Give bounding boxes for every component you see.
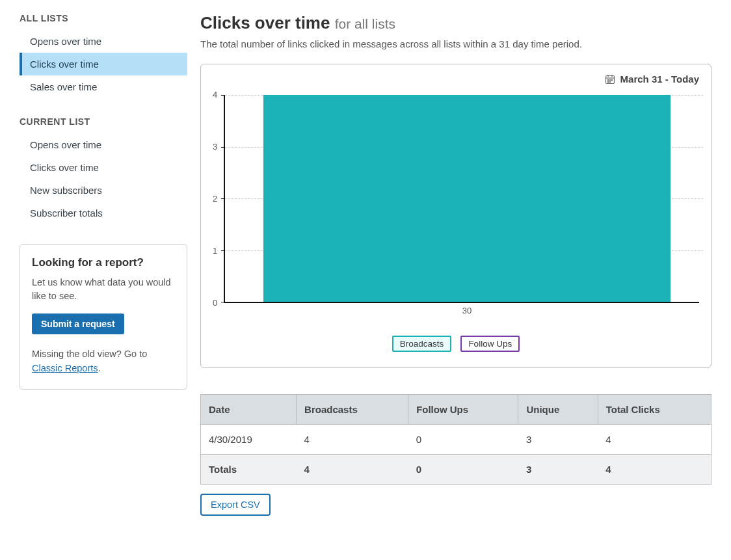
page-description: The total number of links clicked in mes…: [200, 38, 711, 49]
table-header-row: DateBroadcastsFollow UpsUniqueTotal Clic…: [201, 395, 711, 425]
date-range-label: March 31 - Today: [620, 73, 699, 85]
data-table: DateBroadcastsFollow UpsUniqueTotal Clic…: [200, 394, 711, 485]
promo-after: Missing the old view? Go to Classic Repo…: [32, 347, 175, 376]
sidebar-group-all-lists: ALL LISTS Opens over time Clicks over ti…: [20, 13, 187, 98]
export-csv-button[interactable]: Export CSV: [200, 494, 271, 516]
sidebar-item-sub-totals[interactable]: Subscriber totals: [20, 202, 187, 224]
table-column-header: Broadcasts: [297, 395, 408, 425]
sidebar-item-opens-current[interactable]: Opens over time: [20, 133, 187, 156]
table-cell: 4: [297, 455, 408, 485]
promo-after-text-1: Missing the old view? Go to: [32, 349, 147, 359]
table-cell: 3: [518, 425, 598, 455]
table-column-header: Unique: [518, 395, 598, 425]
classic-reports-link[interactable]: Classic Reports: [32, 363, 98, 373]
table-body: 4/30/20194034Totals4034: [201, 425, 711, 485]
chart-y-tick: [221, 198, 225, 199]
sidebar-list-all: Opens over time Clicks over time Sales o…: [20, 30, 187, 98]
table-cell: 4: [598, 425, 711, 455]
sidebar-item-sales-all[interactable]: Sales over time: [20, 75, 187, 98]
sidebar-item-new-subs[interactable]: New subscribers: [20, 179, 187, 202]
svg-point-5: [609, 79, 610, 80]
promo-title: Looking for a report?: [32, 256, 175, 269]
table-column-header: Follow Ups: [408, 395, 518, 425]
chart-plot: 30: [224, 95, 699, 303]
table-row: 4/30/20194034: [201, 425, 711, 455]
sidebar: ALL LISTS Opens over time Clicks over ti…: [20, 13, 187, 516]
sidebar-heading-all-lists: ALL LISTS: [20, 13, 187, 23]
chart-y-tick: [221, 147, 225, 148]
svg-point-4: [607, 79, 608, 80]
table-cell: 3: [518, 455, 598, 485]
svg-point-6: [611, 79, 612, 80]
sidebar-item-clicks-current[interactable]: Clicks over time: [20, 156, 187, 179]
legend-broadcasts[interactable]: Broadcasts: [392, 336, 452, 352]
chart-legend: Broadcasts Follow Ups: [213, 336, 699, 352]
date-range-picker[interactable]: March 31 - Today: [213, 73, 699, 85]
legend-followups[interactable]: Follow Ups: [460, 336, 520, 352]
chart-y-tick: [221, 95, 225, 96]
sidebar-list-current: Opens over time Clicks over time New sub…: [20, 133, 187, 224]
table-cell: Totals: [201, 455, 297, 485]
promo-box: Looking for a report? Let us know what d…: [20, 244, 187, 390]
chart-card: March 31 - Today 43210 30 Broadcasts Fol…: [200, 64, 711, 368]
sidebar-item-clicks-all[interactable]: Clicks over time: [20, 53, 187, 75]
chart-area: 43210 30: [213, 88, 699, 303]
sidebar-item-opens-all[interactable]: Opens over time: [20, 30, 187, 53]
table-totals-row: Totals4034: [201, 455, 711, 485]
chart-y-tick: [221, 250, 225, 251]
sidebar-group-current-list: CURRENT LIST Opens over time Clicks over…: [20, 116, 187, 224]
table-column-header: Date: [201, 395, 297, 425]
main-content: Clicks over time for all lists The total…: [200, 13, 711, 516]
svg-point-8: [609, 81, 610, 82]
page-title-sub: for all lists: [335, 16, 395, 31]
x-tick-label: 30: [462, 306, 472, 315]
table-cell: 4/30/2019: [201, 425, 297, 455]
page-title: Clicks over time for all lists: [200, 13, 711, 33]
chart-bar: [263, 95, 671, 302]
sidebar-heading-current-list: CURRENT LIST: [20, 116, 187, 127]
submit-request-button[interactable]: Submit a request: [32, 313, 124, 334]
table-cell: 0: [408, 455, 518, 485]
chart-y-tick: [221, 302, 225, 302]
calendar-icon: [605, 74, 615, 85]
promo-after-text-2: .: [98, 363, 101, 373]
chart-y-axis: 43210: [213, 95, 224, 303]
table-cell: 0: [408, 425, 518, 455]
promo-text: Let us know what data you would like to …: [32, 276, 175, 303]
svg-point-7: [607, 81, 608, 82]
table-column-header: Total Clicks: [598, 395, 711, 425]
page-title-main: Clicks over time: [200, 13, 330, 33]
table-cell: 4: [297, 425, 408, 455]
table-cell: 4: [598, 455, 711, 485]
